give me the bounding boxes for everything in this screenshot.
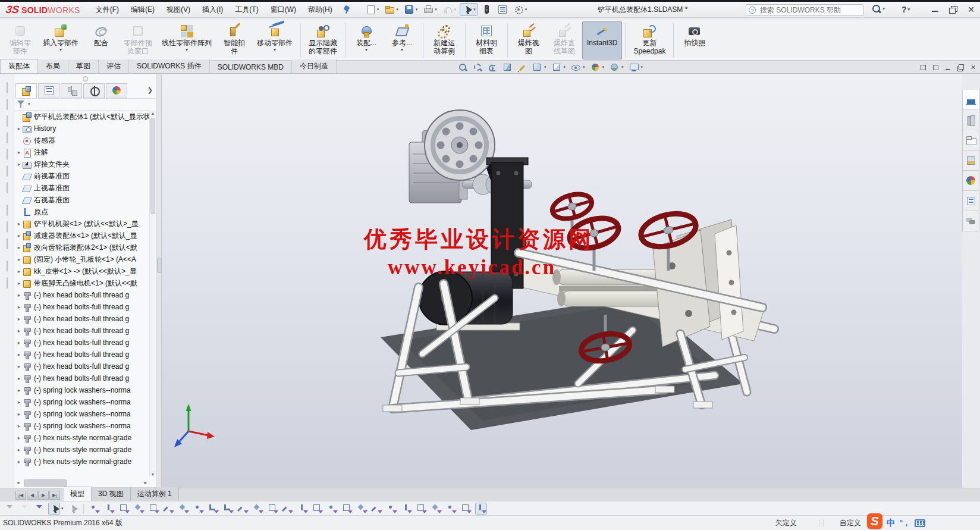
dropdown-arrow-icon[interactable]: ▾ [61, 506, 64, 511]
filter-toolbar-icon[interactable] [267, 503, 279, 515]
ribbon-button[interactable]: 爆炸直 线草图 [546, 21, 582, 59]
expand-arrow-icon[interactable]: ▸ [18, 256, 21, 262]
dropdown-arrow-icon[interactable]: ▾ [377, 7, 379, 12]
tree-item[interactable]: ▸ (-) hex head bolts-full thread g [14, 301, 149, 313]
quick-access-button[interactable]: ▾ [441, 3, 458, 16]
dropdown-arrow-icon[interactable]: ▾ [473, 7, 476, 12]
ribbon-button[interactable]: 显示隐藏 的零部件 [304, 21, 342, 59]
expand-arrow-icon[interactable]: ▸ [18, 340, 21, 346]
command-manager-tab[interactable]: 今日制造 [292, 59, 337, 73]
tree-item[interactable]: ▸ 减速器装配体<1> (默认<默认_显 [14, 230, 149, 242]
doc-close-button[interactable]: ✕ [970, 64, 976, 71]
menu-item[interactable]: 窗口(W) [265, 2, 302, 17]
tree-item[interactable]: ▸ (-) hex nuts-style normal-grade [14, 432, 149, 444]
doc-restore-button[interactable] [957, 64, 964, 71]
tree-item[interactable]: ▸ (-) hex head bolts-full thread g [14, 337, 149, 349]
scroll-up-icon[interactable]: ▲ [150, 111, 156, 115]
restore-button[interactable] [949, 5, 957, 14]
tree-item[interactable]: ▸ (-) hex head bolts-full thread g [14, 325, 149, 337]
dropdown-arrow-icon[interactable]: ▾ [186, 47, 188, 52]
filter-toolbar-icon[interactable] [222, 503, 234, 515]
expand-arrow-icon[interactable]: ▸ [18, 126, 21, 131]
panel-splitter[interactable] [156, 74, 162, 488]
ribbon-button[interactable]: 拍快照 [677, 21, 712, 59]
tree-vertical-scrollbar[interactable]: ▲ ▼ [149, 111, 156, 477]
ime-language-toggle[interactable]: 中 [887, 518, 896, 529]
filter-toolbar-icon[interactable] [252, 503, 264, 515]
filter-toolbar-icon[interactable] [386, 503, 398, 515]
heads-up-button[interactable] [502, 62, 512, 72]
close-button[interactable]: ✕ [967, 5, 975, 14]
filter-toolbar-icon[interactable] [33, 503, 45, 515]
expand-arrow-icon[interactable]: ▸ [18, 459, 21, 465]
heads-up-button[interactable]: ▾ [610, 62, 624, 72]
command-manager-tab[interactable]: SOLIDWORKS 插件 [129, 59, 210, 73]
panel-tab[interactable] [38, 83, 59, 98]
quick-access-button[interactable] [479, 3, 494, 16]
tree-item[interactable]: ▸ 带底脚无凸缘电机<1> (默认<<默 [14, 277, 149, 289]
expand-arrow-icon[interactable]: ▸ [18, 411, 21, 417]
tree-item[interactable]: ▸ (-) spring lock washers--norma [14, 396, 149, 408]
filter-toolbar-icon[interactable] [297, 503, 309, 515]
quick-access-button[interactable] [495, 3, 510, 16]
tree-item[interactable]: 右视基准面 [14, 194, 149, 206]
ribbon-button[interactable]: Instant3D [582, 21, 622, 59]
tab-nav-button[interactable]: ◀ [27, 491, 37, 500]
heads-up-button[interactable] [458, 62, 467, 72]
task-pane-tab[interactable] [962, 90, 979, 110]
tree-horizontal-scrollbar[interactable]: ◂ ▸ [15, 479, 148, 487]
filter-toolbar-icon[interactable] [282, 503, 294, 515]
expand-arrow-icon[interactable]: ▸ [18, 221, 21, 227]
tree-item[interactable]: ▸ 注解 [14, 146, 149, 158]
filter-cube-icon[interactable] [7, 149, 8, 160]
help-button[interactable]: ?▾ [902, 5, 910, 14]
tree-item[interactable]: ▸ (-) spring lock washers--norma [14, 420, 149, 432]
dropdown-arrow-icon[interactable]: ▾ [907, 7, 910, 12]
dropdown-arrow-icon[interactable]: ▾ [274, 47, 276, 52]
scrollbar-thumb[interactable] [150, 118, 155, 214]
filter-cube-icon[interactable] [7, 132, 8, 143]
filter-cube-icon[interactable] [7, 99, 8, 110]
heads-up-button[interactable] [473, 62, 482, 72]
quick-access-button[interactable]: ▾ [363, 3, 381, 16]
panel-tab-overflow[interactable]: ❯ [147, 86, 153, 94]
heads-up-button[interactable] [517, 62, 527, 72]
panel-grip[interactable] [83, 76, 88, 81]
keyboard-icon[interactable] [915, 519, 925, 527]
doc-minimize-button[interactable] [945, 64, 951, 71]
study-tab[interactable]: 模型 [64, 487, 92, 501]
ribbon-button[interactable]: 装配... ▾ [348, 21, 384, 59]
panel-tab[interactable] [106, 83, 127, 98]
scroll-down-icon[interactable]: ▼ [150, 472, 156, 476]
quick-access-button[interactable]: ▾ [402, 3, 420, 16]
filter-toolbar-icon[interactable] [48, 503, 60, 515]
ribbon-button[interactable]: 配合 [83, 21, 119, 59]
dropdown-arrow-icon[interactable]: ▾ [564, 65, 566, 70]
search-box[interactable]: ? [746, 4, 863, 16]
filter-toolbar-icon[interactable] [445, 503, 457, 515]
filter-toolbar-icon[interactable] [475, 503, 487, 515]
tree-item[interactable]: ▸ (-) spring lock washers--norma [14, 384, 149, 396]
tree-item[interactable]: 前视基准面 [14, 170, 149, 182]
dropdown-arrow-icon[interactable]: ▾ [28, 102, 30, 106]
filter-cube-icon[interactable] [7, 205, 8, 216]
splitter-grip[interactable] [157, 258, 162, 273]
menu-item[interactable]: 帮助(H) [302, 2, 338, 17]
expand-arrow-icon[interactable]: ▸ [18, 399, 21, 405]
panel-tab[interactable] [61, 83, 82, 98]
heads-up-button[interactable] [488, 62, 497, 72]
scroll-left-icon[interactable]: ◂ [17, 479, 20, 487]
ime-punctuation-toggle[interactable]: °， [900, 518, 910, 528]
task-pane-tab[interactable] [962, 150, 979, 171]
minimize-button[interactable] [931, 5, 940, 14]
expand-arrow-icon[interactable]: ▸ [18, 423, 21, 429]
ribbon-button[interactable]: 新建运 动算例 [426, 21, 462, 59]
tree-item[interactable]: ▸ 铲平机机架<1> (默认<<默认>_显 [14, 218, 149, 230]
ribbon-button[interactable]: 移动零部件 ▾ [252, 21, 297, 59]
expand-arrow-icon[interactable]: ▸ [18, 292, 21, 298]
ribbon-button[interactable]: 爆炸视 图 [511, 21, 546, 59]
graphics-viewport[interactable]: 优秀毕业设计资源网 www.keyicad.cn [162, 74, 962, 488]
filter-cube-icon[interactable] [7, 165, 8, 177]
ribbon-button[interactable]: 材料明 细表 [469, 21, 504, 59]
menu-item[interactable]: 视图(V) [161, 2, 196, 17]
